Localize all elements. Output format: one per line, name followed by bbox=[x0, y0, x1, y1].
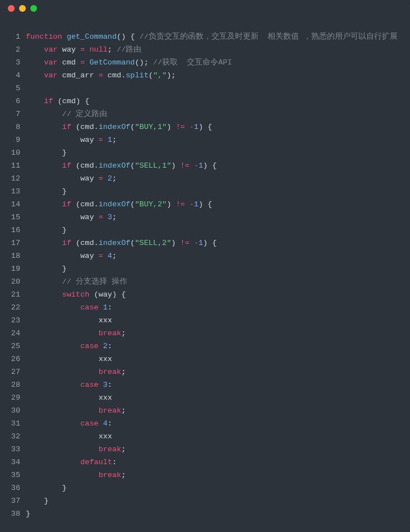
code-line[interactable]: if (cmd) { bbox=[24, 95, 410, 108]
token-pun bbox=[26, 277, 62, 286]
code-line[interactable]: } bbox=[24, 482, 410, 494]
token-op: = bbox=[94, 213, 108, 221]
line-number: 24 bbox=[0, 327, 24, 340]
token-pun: : bbox=[108, 342, 112, 350]
code-line[interactable]: function get_Command() { //负责交互的函数，交互及时更… bbox=[24, 30, 410, 43]
token-pun bbox=[26, 174, 80, 183]
code-line[interactable] bbox=[24, 82, 410, 95]
code-line[interactable]: case 2: bbox=[24, 340, 410, 353]
token-num: 1 bbox=[199, 161, 203, 170]
token-pun: } bbox=[26, 265, 67, 273]
token-kw: if bbox=[62, 161, 71, 170]
token-pun bbox=[185, 123, 190, 131]
token-pun bbox=[26, 329, 99, 337]
code-line[interactable]: break; bbox=[24, 469, 410, 482]
token-pun: ( bbox=[71, 161, 80, 170]
line-number: 20 bbox=[0, 275, 24, 288]
code-line[interactable]: if (cmd.indexOf("BUY,1") != -1) { bbox=[24, 121, 410, 133]
token-pun: ; bbox=[112, 174, 117, 183]
token-pun bbox=[26, 290, 62, 299]
token-pun: ) { bbox=[203, 161, 216, 170]
line-number: 4 bbox=[0, 69, 24, 82]
token-pun bbox=[26, 458, 80, 466]
code-line[interactable]: break; bbox=[24, 366, 410, 378]
code-line[interactable]: default: bbox=[24, 456, 410, 469]
token-pun bbox=[26, 342, 80, 350]
close-dot-icon[interactable] bbox=[8, 5, 15, 12]
code-line[interactable]: way = 2; bbox=[24, 172, 410, 185]
code-line[interactable]: var cmd_arr = cmd.split(","); bbox=[24, 69, 410, 82]
line-number: 35 bbox=[0, 469, 24, 482]
code-line[interactable]: } bbox=[24, 185, 410, 198]
code-line[interactable]: var way = null; //路由 bbox=[24, 43, 410, 56]
token-pun: . bbox=[94, 161, 99, 170]
token-pun: ( bbox=[71, 200, 80, 209]
token-pun: ) { bbox=[199, 200, 212, 209]
code-editor[interactable]: 1234567891011121314151617181920212223242… bbox=[0, 17, 410, 520]
maximize-dot-icon[interactable] bbox=[30, 5, 37, 12]
code-line[interactable]: var cmd = GetCommand(); //获取 交互命令API bbox=[24, 56, 410, 69]
token-pun bbox=[26, 419, 80, 428]
code-line[interactable]: break; bbox=[24, 443, 410, 456]
token-pun bbox=[26, 316, 99, 325]
token-pun: ; bbox=[112, 213, 117, 221]
token-pun bbox=[26, 381, 80, 389]
token-pun bbox=[26, 368, 99, 376]
code-line[interactable]: xxx bbox=[24, 314, 410, 327]
code-line[interactable]: } bbox=[24, 494, 410, 507]
code-line[interactable]: } bbox=[24, 262, 410, 275]
token-pun: ; bbox=[121, 329, 126, 337]
code-line[interactable]: way = 3; bbox=[24, 211, 410, 224]
token-pun bbox=[26, 45, 44, 54]
token-id: way bbox=[99, 290, 112, 299]
line-number: 16 bbox=[0, 224, 24, 237]
code-line[interactable]: switch (way) { bbox=[24, 288, 410, 301]
line-number: 27 bbox=[0, 366, 24, 378]
code-line[interactable]: xxx bbox=[24, 430, 410, 443]
line-number: 33 bbox=[0, 443, 24, 456]
line-number: 21 bbox=[0, 288, 24, 301]
code-line[interactable]: xxx bbox=[24, 353, 410, 366]
code-line[interactable]: case 3: bbox=[24, 378, 410, 391]
line-number: 6 bbox=[0, 95, 24, 108]
token-pun: : bbox=[108, 381, 112, 389]
token-num: 1 bbox=[194, 200, 199, 209]
token-id: xxx bbox=[99, 394, 112, 402]
token-pun bbox=[99, 303, 103, 312]
token-pun: (); bbox=[135, 58, 148, 67]
token-fn: indexOf bbox=[99, 239, 131, 247]
code-line[interactable]: case 1: bbox=[24, 301, 410, 314]
token-num: 1 bbox=[199, 239, 203, 247]
code-line[interactable]: } bbox=[24, 146, 410, 159]
line-number: 10 bbox=[0, 146, 24, 159]
token-kw: default bbox=[80, 458, 112, 466]
token-kw: break bbox=[99, 368, 122, 376]
code-line[interactable]: break; bbox=[24, 327, 410, 340]
line-number: 15 bbox=[0, 211, 24, 224]
token-op: != bbox=[180, 161, 189, 170]
code-line[interactable]: xxx bbox=[24, 391, 410, 404]
minimize-dot-icon[interactable] bbox=[19, 5, 26, 12]
line-number: 37 bbox=[0, 494, 24, 507]
token-pun bbox=[26, 136, 80, 144]
token-pun: ( bbox=[71, 239, 80, 247]
token-pun: ) bbox=[167, 200, 176, 209]
code-line[interactable]: // 分支选择 操作 bbox=[24, 275, 410, 288]
code-line[interactable]: break; bbox=[24, 404, 410, 417]
code-area[interactable]: function get_Command() { //负责交互的函数，交互及时更… bbox=[24, 30, 410, 520]
token-str: "," bbox=[153, 71, 167, 80]
code-line[interactable]: if (cmd.indexOf("SELL,2") != -1) { bbox=[24, 237, 410, 249]
code-line[interactable]: if (cmd.indexOf("BUY,2") != -1) { bbox=[24, 198, 410, 211]
code-line[interactable]: if (cmd.indexOf("SELL,1") != -1) { bbox=[24, 159, 410, 172]
token-kw: case bbox=[80, 381, 98, 389]
code-line[interactable]: } bbox=[24, 507, 410, 520]
token-pun bbox=[26, 110, 62, 118]
code-line[interactable]: case 4: bbox=[24, 417, 410, 430]
token-id: xxx bbox=[99, 316, 112, 325]
code-line[interactable]: // 定义路由 bbox=[24, 108, 410, 121]
token-id: cmd_arr bbox=[62, 71, 94, 80]
code-line[interactable]: } bbox=[24, 224, 410, 237]
code-line[interactable]: way = 4; bbox=[24, 249, 410, 262]
token-op: - bbox=[194, 239, 199, 247]
code-line[interactable]: way = 1; bbox=[24, 133, 410, 146]
